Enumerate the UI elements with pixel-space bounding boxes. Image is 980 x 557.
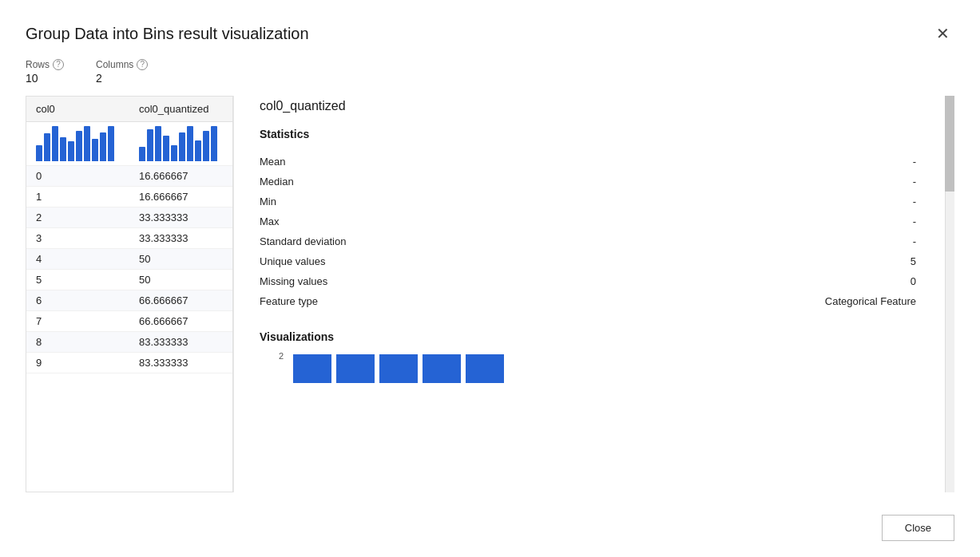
table-row: 233.333333 — [26, 207, 232, 228]
table-row: 016.666667 — [26, 166, 232, 187]
stat-label: Feature type — [260, 291, 825, 311]
spark-cell-col0 — [26, 122, 129, 166]
right-panel: col0_quantized Statistics Mean-Median-Mi… — [233, 96, 954, 492]
dialog-header: Group Data into Bins result visualizatio… — [26, 22, 954, 45]
data-table: col0 col0_quantized 016.666667116.666667… — [26, 97, 232, 373]
stats-grid: Mean-Median-Min-Max-Standard deviation-U… — [260, 152, 948, 311]
right-scroll[interactable]: col0_quantized Statistics Mean-Median-Mi… — [260, 96, 954, 492]
table-cell-value: 33.333333 — [129, 207, 232, 228]
close-icon: ✕ — [936, 25, 950, 42]
stat-label: Min — [260, 192, 825, 211]
sparkbar-item — [195, 140, 201, 161]
col-title: col0_quantized — [260, 99, 948, 113]
table-row: 450 — [26, 249, 232, 270]
stat-value: - — [825, 192, 948, 211]
sparkbar-item — [179, 132, 185, 161]
table-cell-index: 1 — [26, 187, 129, 207]
table-cell-index: 8 — [26, 332, 129, 353]
rows-meta: Rows ? 10 — [26, 59, 64, 85]
table-cell-index: 6 — [26, 290, 129, 311]
table-row: 983.333333 — [26, 353, 232, 373]
col1-header: col0_quantized — [129, 97, 232, 122]
table-cell-value: 50 — [129, 270, 232, 290]
stat-value: 5 — [825, 251, 948, 271]
table-row: 550 — [26, 270, 232, 290]
table-cell-index: 4 — [26, 249, 129, 270]
sparkbar-item — [60, 137, 66, 161]
table-row: 766.666667 — [26, 311, 232, 332]
table-cell-value: 66.666667 — [129, 290, 232, 311]
rows-help-icon[interactable]: ? — [53, 59, 64, 70]
visualizations-section-title: Visualizations — [260, 330, 948, 343]
table-cell-value: 83.333333 — [129, 353, 232, 373]
table-cell-index: 7 — [26, 311, 129, 332]
stat-label: Median — [260, 172, 825, 192]
table-cell-value: 50 — [129, 249, 232, 270]
table-cell-index: 2 — [26, 207, 129, 228]
scrollbar-thumb[interactable] — [945, 96, 954, 192]
left-panel: col0 col0_quantized 016.666667116.666667… — [26, 96, 233, 492]
sparkbar-item — [147, 129, 153, 161]
sparkbar-item — [171, 145, 177, 161]
sparkbar-row — [26, 122, 232, 166]
stat-label: Unique values — [260, 251, 825, 271]
sparkbar-item — [155, 126, 161, 161]
col0-header: col0 — [26, 97, 129, 122]
columns-meta: Columns ? 2 — [96, 59, 148, 85]
sparkbar-item — [68, 141, 74, 161]
chart-bar — [423, 354, 461, 383]
statistics-section-title: Statistics — [260, 128, 948, 140]
stat-value: Categorical Feature — [825, 291, 948, 311]
rows-value: 10 — [26, 72, 64, 85]
meta-row: Rows ? 10 Columns ? 2 — [26, 59, 954, 85]
chart-bar — [336, 354, 375, 383]
scrollbar-track[interactable] — [945, 96, 954, 492]
table-row: 116.666667 — [26, 187, 232, 207]
stat-value: - — [825, 152, 948, 172]
sparkbar-item — [52, 126, 58, 161]
stat-label: Missing values — [260, 271, 825, 291]
bar-chart: 2 — [260, 354, 948, 386]
sparkbar-item — [139, 147, 145, 161]
sparkbar-item — [187, 126, 193, 161]
table-cell-value: 16.666667 — [129, 166, 232, 187]
sparkbar-item — [203, 131, 209, 161]
spark-cell-col1 — [129, 122, 232, 166]
chart-bar — [379, 354, 418, 383]
sparkbar-item — [163, 136, 169, 161]
table-cell-value: 16.666667 — [129, 187, 232, 207]
table-row: 883.333333 — [26, 332, 232, 353]
chart-bar — [293, 354, 331, 383]
table-cell-value: 66.666667 — [129, 311, 232, 332]
columns-help-icon[interactable]: ? — [137, 59, 148, 70]
close-icon-button[interactable]: ✕ — [931, 22, 954, 45]
stat-value: - — [825, 231, 948, 251]
table-header-row: col0 col0_quantized — [26, 97, 232, 122]
close-dialog-button[interactable]: Close — [882, 515, 954, 541]
chart-y-label: 2 — [279, 351, 284, 361]
sparkbar-item — [36, 145, 42, 161]
sparkbar-item — [76, 131, 82, 161]
chart-bar — [466, 354, 504, 383]
table-cell-index: 3 — [26, 228, 129, 249]
stat-label: Mean — [260, 152, 825, 172]
stat-value: - — [825, 172, 948, 192]
sparkbar-item — [108, 126, 114, 161]
sparkbar-item — [44, 133, 50, 161]
chart-bars-container — [293, 354, 504, 383]
table-cell-value: 83.333333 — [129, 332, 232, 353]
stat-value: 0 — [825, 271, 948, 291]
table-cell-index: 0 — [26, 166, 129, 187]
stat-value: - — [825, 211, 948, 231]
table-cell-index: 5 — [26, 270, 129, 290]
sparkbar-item — [100, 132, 106, 161]
dialog-title: Group Data into Bins result visualizatio… — [26, 25, 309, 43]
result-dialog: Group Data into Bins result visualizatio… — [0, 0, 980, 557]
table-row: 666.666667 — [26, 290, 232, 311]
sparkbar-item — [211, 126, 217, 161]
columns-value: 2 — [96, 72, 148, 85]
table-cell-index: 9 — [26, 353, 129, 373]
sparkbar-item — [84, 126, 90, 161]
table-cell-value: 33.333333 — [129, 228, 232, 249]
content-area: col0 col0_quantized 016.666667116.666667… — [26, 96, 954, 492]
